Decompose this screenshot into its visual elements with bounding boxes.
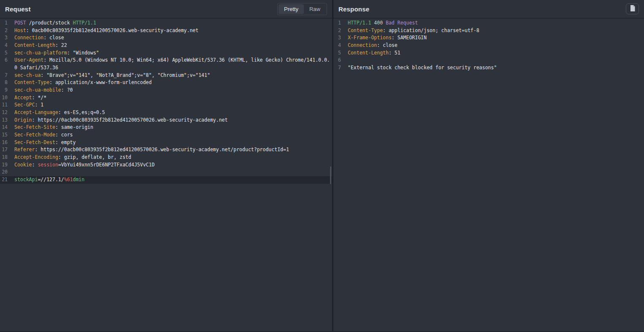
line-number: 2 xyxy=(0,27,8,35)
code-line-text: Sec-Fetch-Dest: empty xyxy=(14,139,76,147)
code-line-text: Content-Length: 22 xyxy=(14,42,67,49)
repeater-message-view: Request Pretty Raw 1POST /product/stock … xyxy=(0,0,644,332)
line-number: 1 xyxy=(333,19,341,27)
code-line-text: Sec-GPC: 1 xyxy=(14,101,43,109)
response-editor[interactable]: 1HTTP/1.1 400 Bad Request2Content-Type: … xyxy=(333,19,644,72)
code-line[interactable]: 1POST /product/stock HTTP/1.1 xyxy=(0,19,332,27)
line-number: 19 xyxy=(0,161,8,169)
request-panel-header: Request Pretty Raw xyxy=(0,0,332,19)
code-line-text: Sec-Fetch-Mode: cors xyxy=(14,131,73,139)
line-number: 1 xyxy=(0,19,8,27)
code-line[interactable]: 4Connection: close xyxy=(333,42,644,49)
tab-pretty[interactable]: Pretty xyxy=(279,4,304,14)
code-line-text: sec-ch-ua: "Brave";v="141", "Not?A_Brand… xyxy=(14,72,210,79)
line-number: 16 xyxy=(0,139,8,147)
line-number: 15 xyxy=(0,131,8,139)
code-line-text: Host: 0acb00c803935f2b812ed41200570026.w… xyxy=(14,27,198,35)
response-panel: Response 1HTTP/1.1 400 Bad Request2Conte… xyxy=(333,0,644,331)
code-line[interactable]: 6User-Agent: Mozilla/5.0 (Windows NT 10.… xyxy=(0,57,332,64)
line-number: 5 xyxy=(0,49,8,57)
line-number: 17 xyxy=(0,146,8,154)
line-number: 14 xyxy=(0,124,8,131)
code-line-text: "External stock check blocked for securi… xyxy=(348,64,497,72)
code-line[interactable]: 6 xyxy=(333,57,644,64)
code-line[interactable]: 20 xyxy=(0,169,332,176)
code-line-text: Origin: https://0acb00c803935f2b812ed412… xyxy=(14,117,227,124)
code-line[interactable]: 4Content-Length: 22 xyxy=(0,42,332,49)
line-number: 11 xyxy=(0,101,8,109)
code-line[interactable]: 17Referer: https://0acb00c803935f2b812ed… xyxy=(0,146,332,154)
request-panel: Request Pretty Raw 1POST /product/stock … xyxy=(0,0,332,331)
code-line[interactable]: 14Sec-Fetch-Site: same-origin xyxy=(0,124,332,131)
code-line-text: Content-Type: application/x-www-form-url… xyxy=(14,79,152,87)
line-number: 5 xyxy=(333,49,341,57)
code-line[interactable]: 7sec-ch-ua: "Brave";v="141", "Not?A_Bran… xyxy=(0,72,332,79)
line-number: 12 xyxy=(0,109,8,117)
line-number: 7 xyxy=(0,72,8,79)
code-line-text: stockApi=//127.1/%61dmin xyxy=(14,176,84,184)
line-number: 20 xyxy=(0,169,8,176)
code-line-text: HTTP/1.1 400 Bad Request xyxy=(348,19,418,27)
code-line-text: X-Frame-Options: SAMEORIGIN xyxy=(348,34,427,42)
code-line-text: Accept-Language: es-ES,es;q=0.5 xyxy=(14,109,105,117)
line-number: 3 xyxy=(0,34,8,42)
code-line[interactable]: 0 Safari/537.36 xyxy=(0,64,332,72)
code-line[interactable]: 5Content-Length: 51 xyxy=(333,49,644,57)
code-line[interactable]: 7"External stock check blocked for secur… xyxy=(333,64,644,72)
document-icon xyxy=(630,5,635,13)
code-line[interactable]: 3X-Frame-Options: SAMEORIGIN xyxy=(333,34,644,42)
code-line-text: Connection: close xyxy=(348,42,398,49)
code-line[interactable]: 11Sec-GPC: 1 xyxy=(0,101,332,109)
code-line[interactable]: 10Accept: */* xyxy=(0,94,332,102)
line-number: 2 xyxy=(333,27,341,35)
code-line-text: Sec-Fetch-Site: same-origin xyxy=(14,124,93,131)
code-line[interactable]: 5sec-ch-ua-platform: "Windows" xyxy=(0,49,332,57)
line-number: 6 xyxy=(333,57,341,64)
code-line-text: Accept: */* xyxy=(14,94,46,102)
code-line[interactable]: 16Sec-Fetch-Dest: empty xyxy=(0,139,332,147)
request-view-toggle: Pretty Raw xyxy=(277,3,327,15)
code-line[interactable]: 2Host: 0acb00c803935f2b812ed41200570026.… xyxy=(0,27,332,35)
code-line[interactable]: 1HTTP/1.1 400 Bad Request xyxy=(333,19,644,27)
code-line[interactable]: 8Content-Type: application/x-www-form-ur… xyxy=(0,79,332,87)
tab-raw[interactable]: Raw xyxy=(304,4,326,14)
code-line[interactable]: 2Content-Type: application/json; charset… xyxy=(333,27,644,35)
code-line-text: Connection: close xyxy=(14,34,64,42)
response-panel-header: Response xyxy=(333,0,644,19)
code-line[interactable]: 15Sec-Fetch-Mode: cors xyxy=(0,131,332,139)
line-number: 6 xyxy=(0,57,8,64)
request-panel-title: Request xyxy=(5,5,31,13)
line-number: 21 xyxy=(0,176,8,184)
code-line-text: POST /product/stock HTTP/1.1 xyxy=(14,19,96,27)
code-line-text: sec-ch-ua-mobile: ?0 xyxy=(14,87,73,94)
code-line-text: Content-Type: application/json; charset=… xyxy=(348,27,479,35)
code-line[interactable]: 19Cookie: session=VbYui49xnn5rDE6NP2TFxa… xyxy=(0,161,332,169)
code-line[interactable]: 12Accept-Language: es-ES,es;q=0.5 xyxy=(0,109,332,117)
response-panel-title: Response xyxy=(338,5,369,13)
code-line-text: 0 Safari/537.36 xyxy=(14,64,58,72)
response-document-button[interactable] xyxy=(626,3,639,14)
line-number: 4 xyxy=(0,42,8,49)
code-line[interactable]: 9sec-ch-ua-mobile: ?0 xyxy=(0,87,332,94)
line-number: 3 xyxy=(333,34,341,42)
code-line[interactable]: 13Origin: https://0acb00c803935f2b812ed4… xyxy=(0,117,332,124)
line-number: 9 xyxy=(0,87,8,94)
code-line-text: Cookie: session=VbYui49xnn5rDE6NP2TFxaCd… xyxy=(14,161,154,169)
code-line-text: Content-Length: 51 xyxy=(348,49,400,57)
line-number: 4 xyxy=(333,42,341,49)
code-line-text: sec-ch-ua-platform: "Windows" xyxy=(14,49,99,57)
code-line-text: Accept-Encoding: gzip, deflate, br, zstd xyxy=(14,154,131,161)
code-line[interactable]: 21stockApi=//127.1/%61dmin xyxy=(0,176,332,184)
line-number: 8 xyxy=(0,79,8,87)
code-line-text: Referer: https://0acb00c803935f2b812ed41… xyxy=(14,146,289,154)
line-number: 18 xyxy=(0,154,8,161)
line-number: 10 xyxy=(0,94,8,102)
line-number: 13 xyxy=(0,117,8,124)
code-line[interactable]: 18Accept-Encoding: gzip, deflate, br, zs… xyxy=(0,154,332,161)
line-number: 7 xyxy=(333,64,341,72)
request-scrollbar-thumb[interactable] xyxy=(330,166,331,184)
code-line[interactable]: 3Connection: close xyxy=(0,34,332,42)
request-editor[interactable]: 1POST /product/stock HTTP/1.12Host: 0acb… xyxy=(0,19,332,184)
code-line-text: User-Agent: Mozilla/5.0 (Windows NT 10.0… xyxy=(14,57,330,64)
